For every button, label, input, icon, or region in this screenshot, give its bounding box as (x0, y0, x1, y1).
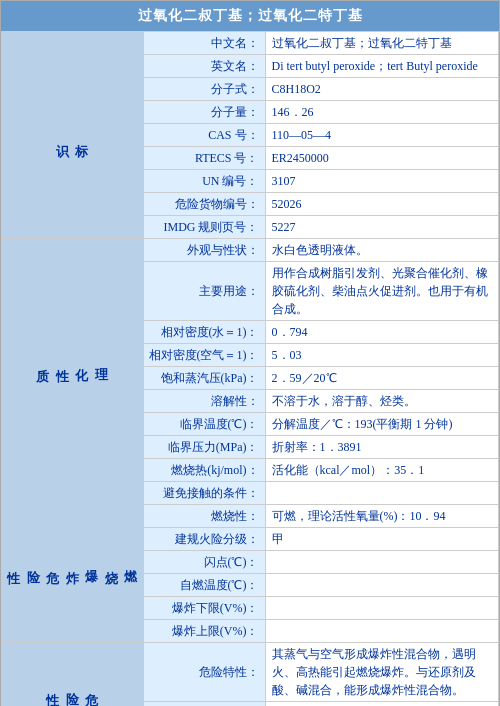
row-value: 146．26 (265, 101, 499, 124)
section-label-lihua: 理化性质 (2, 239, 144, 482)
row-value: 其蒸气与空气形成爆炸性混合物，遇明火、高热能引起燃烧爆炸。与还原剂及酸、碱混合，… (265, 643, 499, 702)
section-label-ran: 燃烧爆炸危险性 (2, 482, 144, 643)
row-label: 相对密度(水＝1)： (143, 321, 265, 344)
row-label: 燃烧(分解)产物： (143, 702, 265, 707)
row-label: 危险特性： (143, 643, 265, 702)
row-value: 3107 (265, 170, 499, 193)
row-label: 溶解性： (143, 390, 265, 413)
row-value (265, 551, 499, 574)
row-label: 中文名： (143, 32, 265, 55)
section-biao: 标识 中文名： 过氧化二叔丁基；过氧化二特丁基 英文名： Di tert but… (2, 32, 499, 239)
row-value: 5227 (265, 216, 499, 239)
row-label-cas: CAS 号： (143, 124, 265, 147)
row-label: RTECS 号： (143, 147, 265, 170)
row-label: 主要用途： (143, 262, 265, 321)
row-label: 建规火险分级： (143, 528, 265, 551)
row-label: 分子量： (143, 101, 265, 124)
row-value: 过氧化二叔丁基；过氧化二特丁基 (265, 32, 499, 55)
row-value: 用作合成树脂引发剂、光聚合催化剂、橡胶硫化剂、柴油点火促进剂。也用于有机合成。 (265, 262, 499, 321)
row-value: 0．794 (265, 321, 499, 344)
row-label: 危险货物编号： (143, 193, 265, 216)
row-label: 相对密度(空气＝1)： (143, 344, 265, 367)
row-value: 52026 (265, 193, 499, 216)
row-value (265, 620, 499, 643)
section-wei: 危险性 危险特性： 其蒸气与空气形成爆炸性混合物，遇明火、高热能引起燃烧爆炸。与… (2, 643, 499, 707)
row-label: 分子式： (143, 78, 265, 101)
row-value: ER2450000 (265, 147, 499, 170)
row-label: 外观与性状： (143, 239, 265, 262)
row-value: 不溶于水，溶于醇、烃类。 (265, 390, 499, 413)
row-label: IMDG 规则页号： (143, 216, 265, 239)
row-label: 避免接触的条件： (143, 482, 265, 505)
main-container: 过氧化二叔丁基；过氧化二特丁基 标识 中文名： 过氧化二叔丁基；过氧化二特丁基 … (0, 0, 500, 706)
row-value (265, 597, 499, 620)
row-label: 自燃温度(℃)： (143, 574, 265, 597)
row-value-cas: 110—05—4 (265, 124, 499, 147)
row-value: 分解温度／℃：193(平衡期 1 分钟) (265, 413, 499, 436)
row-value: 2．59／20℃ (265, 367, 499, 390)
row-value: Di tert butyl peroxide；tert Butyl peroxi… (265, 55, 499, 78)
row-value: 折射率：1．3891 (265, 436, 499, 459)
row-value: 5．03 (265, 344, 499, 367)
row-value (265, 482, 499, 505)
row-value: 可燃，理论活性氧量(%)：10．94 (265, 505, 499, 528)
row-label: 英文名： (143, 55, 265, 78)
row-label: 饱和蒸汽压(kPa)： (143, 367, 265, 390)
row-label: 临界压力(MPa)： (143, 436, 265, 459)
section-lihua: 理化性质 外观与性状： 水白色透明液体。 主要用途： 用作合成树脂引发剂、光聚合… (2, 239, 499, 482)
row-label: UN 编号： (143, 170, 265, 193)
page-title: 过氧化二叔丁基；过氧化二特丁基 (1, 1, 499, 31)
row-label: 闪点(℃)： (143, 551, 265, 574)
row-value: 一氧化碳、二氧化碳。 (265, 702, 499, 707)
row-value: 水白色透明液体。 (265, 239, 499, 262)
section-label-wei: 危险性 (2, 643, 144, 707)
section-ran: 燃烧爆炸危险性 避免接触的条件： 燃烧性： 可燃，理论活性氧量(%)：10．94… (2, 482, 499, 643)
row-label: 爆炸上限(V%)： (143, 620, 265, 643)
row-label: 燃烧性： (143, 505, 265, 528)
row-value: 甲 (265, 528, 499, 551)
row-label: 燃烧热(kj/mol)： (143, 459, 265, 482)
row-value: C8H18O2 (265, 78, 499, 101)
row-label: 临界温度(℃)： (143, 413, 265, 436)
section-label-biao: 标识 (2, 32, 144, 239)
row-value (265, 574, 499, 597)
row-value: 活化能（kcal／mol）：35．1 (265, 459, 499, 482)
row-label: 爆炸下限(V%)： (143, 597, 265, 620)
